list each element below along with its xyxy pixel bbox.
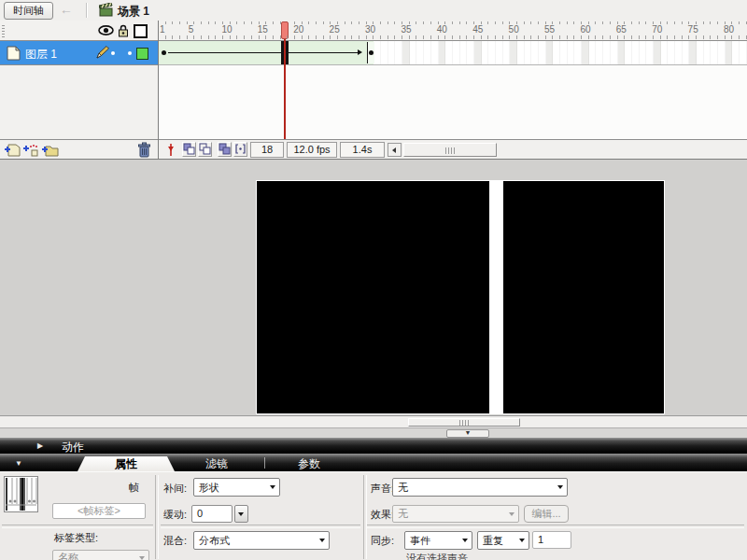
tab-properties[interactable]: 属性 (78, 456, 175, 471)
ruler-label: 15 (258, 24, 268, 35)
tab-parameters[interactable]: 参数 (284, 456, 334, 472)
tween-value: 形状 (199, 482, 219, 493)
layer-frames-row[interactable] (159, 41, 747, 65)
layer-outline-color-swatch[interactable] (136, 48, 148, 60)
frame-rate-field[interactable]: 12.0 fps (287, 142, 337, 158)
chevron-down-icon (270, 485, 275, 489)
timeline-scroll-left-button[interactable] (388, 143, 402, 157)
tween-arrow-line (168, 52, 358, 53)
stage-work-area[interactable] (0, 160, 747, 415)
ruler-label: 35 (401, 24, 411, 35)
timeline-scrollbar-thumb[interactable] (403, 143, 497, 157)
tween-label: 补间: (163, 482, 187, 496)
lock-layers-icon[interactable] (118, 24, 129, 37)
divider (363, 475, 367, 559)
tween-select[interactable]: 形状 (193, 478, 280, 497)
ruler-label: 30 (365, 24, 375, 35)
actions-panel-header[interactable]: ▶ 动作 (0, 438, 747, 454)
edit-bar-separator (86, 3, 88, 18)
layer-name-label: 图层 1 (25, 47, 57, 63)
collapse-panels-button[interactable]: ▼ (446, 429, 489, 438)
add-motion-guide-button[interactable] (22, 143, 39, 157)
layer-visibility-dot[interactable] (111, 51, 115, 55)
label-type-value: 名称 (58, 552, 78, 560)
chevron-down-icon (139, 556, 145, 560)
shape-tween-span[interactable] (159, 41, 374, 64)
ruler-label: 45 (472, 24, 483, 35)
ruler-label: 50 (509, 24, 519, 35)
center-frame-button[interactable] (166, 143, 176, 157)
repeat-select[interactable]: 重复 (477, 531, 529, 550)
show-hide-layers-icon[interactable] (98, 24, 114, 36)
ease-label: 缓动: (163, 508, 187, 522)
effect-label: 效果: (371, 508, 394, 522)
repeat-value: 重复 (483, 535, 503, 546)
ruler-label: 1 (160, 24, 165, 35)
expand-triangle-icon[interactable]: ▶ (37, 441, 43, 450)
sound-label: 声音: (371, 482, 394, 496)
edit-multiple-frames-button[interactable] (218, 142, 232, 157)
layer-page-icon (6, 46, 21, 61)
chevron-down-icon (462, 539, 468, 542)
playhead-line (284, 39, 286, 139)
properties-panel-header: ▼ 属性 滤镜 参数 (0, 454, 747, 471)
ease-stepper-button[interactable] (234, 505, 248, 523)
ruler-labels: 15101520253035404550556065707580 (159, 21, 747, 41)
panel-splitter[interactable]: ▼ (0, 427, 747, 438)
ruler-label: 75 (688, 24, 698, 35)
properties-panel: 帧 <帧标签> 标签类型: 名称 补间: 形状 缓动: 0 混合: 分布式 声音… (0, 471, 747, 560)
flash-application-window: { "top_bar": { "timeline_button": "时间轴",… (0, 0, 747, 560)
effect-value: 无 (398, 508, 408, 519)
layer-lock-dot[interactable] (128, 51, 132, 55)
effect-select[interactable]: 无 (392, 505, 519, 523)
blend-value: 分布式 (199, 535, 230, 546)
layers-header (0, 21, 158, 41)
stage-shape-left[interactable] (257, 181, 489, 413)
label-type-select[interactable]: 名称 (52, 550, 149, 560)
layer-row[interactable]: 图层 1 (0, 41, 158, 65)
delete-layer-button[interactable] (137, 142, 151, 158)
elapsed-time-field: 1.4s (340, 142, 385, 158)
stage-horizontal-scrollbar[interactable] (0, 415, 747, 427)
frame-label-input[interactable]: <帧标签> (52, 503, 146, 519)
playhead[interactable] (281, 21, 289, 39)
panel-grip[interactable] (2, 24, 5, 37)
end-keyframe[interactable] (367, 42, 374, 63)
pencil-edit-icon (94, 46, 109, 61)
chevron-down-icon (238, 512, 244, 516)
chevron-down-icon (519, 539, 525, 542)
current-frame-field[interactable]: 18 (250, 142, 284, 158)
collapse-triangle-icon[interactable]: ▼ (15, 459, 22, 468)
edit-effect-button[interactable]: 编辑... (524, 505, 569, 523)
chevron-down-icon (557, 485, 563, 489)
loop-count-input[interactable]: 1 (532, 531, 571, 549)
insert-layer-button[interactable] (4, 143, 21, 157)
label-type-label: 标签类型: (54, 531, 98, 545)
back-arrow-icon[interactable]: ← (60, 2, 73, 17)
ease-input[interactable]: 0 (191, 505, 233, 523)
sync-select[interactable]: 事件 (404, 531, 472, 550)
modify-onion-markers-button[interactable] (233, 142, 247, 157)
frame-preview-thumbnail (4, 476, 38, 512)
scrollbar-grip (445, 147, 455, 154)
stage-scrollbar-thumb[interactable] (408, 418, 520, 427)
ruler-label: 65 (616, 24, 627, 35)
outline-layers-icon[interactable] (134, 24, 148, 38)
sound-select[interactable]: 无 (392, 478, 568, 497)
divider (155, 475, 159, 559)
timeline-panel-button[interactable]: 时间轴 (4, 2, 53, 20)
insert-layer-folder-button[interactable] (41, 143, 59, 157)
frames-empty-area[interactable] (159, 65, 747, 139)
stage-shape-right[interactable] (503, 181, 664, 413)
tab-filters[interactable]: 滤镜 (191, 456, 242, 472)
timeline-ruler[interactable]: 15101520253035404550556065707580 (159, 21, 747, 41)
ruler-label: 55 (544, 24, 555, 35)
onion-skin-outlines-button[interactable] (198, 142, 212, 157)
tab-separator (264, 457, 265, 469)
onion-skin-button[interactable] (182, 142, 196, 157)
chevron-down-icon (319, 539, 325, 542)
selection-type-label: 帧 (129, 481, 139, 495)
scene-tab[interactable]: 场景 1 (118, 4, 149, 20)
blend-select[interactable]: 分布式 (193, 531, 330, 550)
sound-value: 无 (398, 482, 408, 493)
